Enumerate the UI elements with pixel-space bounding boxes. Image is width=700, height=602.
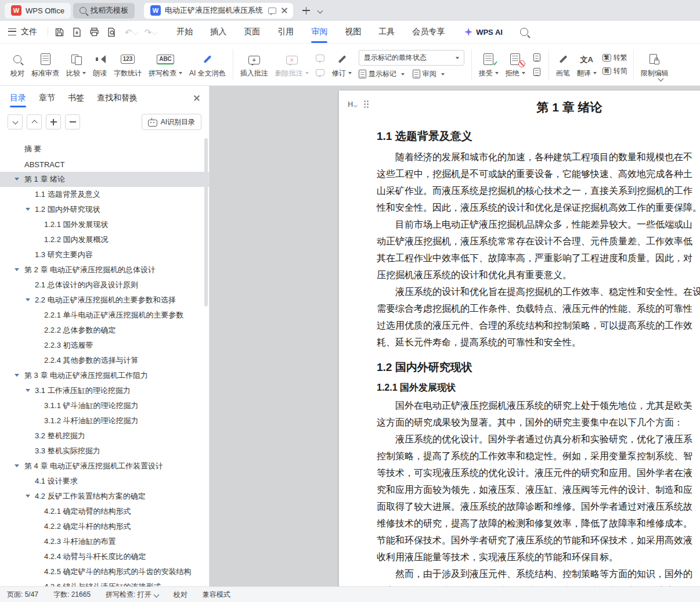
save-button[interactable] xyxy=(52,24,67,39)
close-tab-icon[interactable] xyxy=(280,6,288,15)
toc-item[interactable]: 1.1 选题背景及意义 xyxy=(0,187,209,202)
sidebar-tab[interactable]: 书签 xyxy=(68,88,84,109)
toc-expand-icon[interactable] xyxy=(15,178,19,181)
previous-revision-button[interactable] xyxy=(531,52,543,63)
menu-tab[interactable]: 页面 xyxy=(244,21,260,43)
tab-docer-templates[interactable]: 找稻壳模板 xyxy=(73,3,135,19)
search-button[interactable] xyxy=(520,28,528,36)
ink-brush-button[interactable]: 画笔 xyxy=(553,46,573,82)
restrict-editing-button[interactable]: 限制编辑 xyxy=(637,46,672,82)
drag-handle-icon[interactable] xyxy=(364,100,366,102)
tab-wps-office[interactable]: W WPS Office xyxy=(5,3,71,19)
reject-change-button[interactable]: 拒绝 xyxy=(502,46,529,82)
toc-item[interactable]: 4.2.6 铲斗与铲斗液压缸的连接形式 xyxy=(0,579,209,586)
redo-button[interactable] xyxy=(145,28,152,37)
word-count-indicator[interactable]: 字数: 21665 xyxy=(53,590,91,600)
toc-item[interactable]: 3.1.1 铲斗油缸的理论挖掘力 xyxy=(0,398,209,413)
sidebar-tab[interactable]: 查找和替换 xyxy=(97,88,138,109)
word-count-button[interactable]: 123 字数统计 xyxy=(110,46,145,82)
toc-item[interactable]: 2.1 总体设计的内容及设计原则 xyxy=(0,277,209,293)
toc-expand-icon[interactable] xyxy=(26,389,30,392)
toc-item[interactable]: 4.2.2 确定斗杆的结构形式 xyxy=(0,519,209,534)
toc-item[interactable]: 摘 要 xyxy=(0,142,209,157)
translate-button[interactable]: 文A 翻译 xyxy=(573,46,600,82)
markup-state-dropdown[interactable]: 显示标记的最终状态 xyxy=(359,50,464,66)
paragraph-layout-icon[interactable]: H xyxy=(348,100,357,109)
page-indicator[interactable]: 页面: 5/47 xyxy=(7,590,38,600)
undo-chevron-icon[interactable] xyxy=(132,29,138,35)
ai-detect-toc-button[interactable]: AI识别目录 xyxy=(142,114,201,130)
show-markup-button[interactable]: 显示标记 xyxy=(359,69,405,79)
toc-item[interactable]: 1.2 国内外研究现状 xyxy=(0,202,209,217)
proofread-button[interactable]: 校对 xyxy=(7,46,28,82)
to-traditional-button[interactable]: 繁 转繁 xyxy=(602,53,627,63)
menu-tab[interactable]: 开始 xyxy=(176,21,193,43)
toc-item[interactable]: 第 3 章 电动正铲液压挖掘机工作阻力 xyxy=(0,368,209,383)
print-button[interactable] xyxy=(86,24,102,39)
menu-tab[interactable]: 工具 xyxy=(378,21,395,43)
toc-item[interactable]: 2.2.2 总体参数的确定 xyxy=(0,323,209,338)
menu-tab[interactable]: 引用 xyxy=(277,21,294,43)
menu-tab[interactable]: 插入 xyxy=(210,21,226,43)
next-revision-button[interactable] xyxy=(531,66,543,78)
toc-item[interactable]: 3.1.2 斗杆油缸的理论挖掘力 xyxy=(0,413,209,428)
toc-item[interactable]: 2.2.1 单斗电动正铲液压挖掘机的主要参数 xyxy=(0,308,209,323)
standard-review-button[interactable]: 标准审查 xyxy=(28,46,63,82)
toc-item[interactable]: 3.2 整机挖掘力 xyxy=(0,428,209,444)
wps-ai-button[interactable]: WPS AI xyxy=(464,28,503,37)
toc-scrollbar[interactable] xyxy=(204,138,208,307)
toc-expand-icon[interactable] xyxy=(15,464,19,467)
zoom-in-toc-button[interactable] xyxy=(46,114,61,129)
toc-expand-icon[interactable] xyxy=(26,208,30,211)
to-simplified-button[interactable]: 简 转简 xyxy=(602,66,627,76)
redo-chevron-icon[interactable] xyxy=(152,29,158,35)
toc-item[interactable]: 1.2.1 国外发展现状 xyxy=(0,217,209,232)
toc-expand-icon[interactable] xyxy=(15,268,19,271)
delete-comment-button[interactable]: 删除批注 xyxy=(272,46,312,82)
spellcheck-chevron-icon[interactable] xyxy=(153,592,159,597)
read-aloud-button[interactable]: 朗读 xyxy=(89,46,110,82)
ribbon-collapse-icon[interactable] xyxy=(659,73,663,83)
toc-expand-icon[interactable] xyxy=(26,298,30,301)
next-comment-button[interactable] xyxy=(314,66,327,78)
toc-expand-icon[interactable] xyxy=(26,495,30,498)
document-canvas[interactable]: H 第 1 章 绪论 1.1 选题背景及意义 xyxy=(210,86,700,586)
toc-item[interactable]: 4.2.5 确定铲斗的结构形式的斗齿的安装结构 xyxy=(0,564,209,579)
close-sidebar-icon[interactable] xyxy=(193,94,201,102)
compare-button[interactable]: 比较 xyxy=(63,46,89,82)
menu-tab[interactable]: 会员专享 xyxy=(412,21,445,43)
spellcheck-indicator[interactable]: 拼写检查: 打开 xyxy=(106,590,158,600)
toc-item[interactable]: 1.3 研究主要内容 xyxy=(0,247,209,262)
toc-item[interactable]: 第 1 章 绪论 xyxy=(0,172,209,187)
toc-item[interactable]: ABSTRACT xyxy=(0,157,209,172)
toc-item[interactable]: 3.3 整机实际挖掘力 xyxy=(0,444,209,459)
toc-item[interactable]: 2.2 电动正铲液压挖掘机的主要参数和选择 xyxy=(0,293,209,308)
tab-list-chevron-icon[interactable] xyxy=(317,8,323,13)
toc-item[interactable]: 2.2.3 初选履带 xyxy=(0,338,209,353)
menu-tab[interactable]: 审阅 xyxy=(311,21,327,43)
print-preview-button[interactable] xyxy=(104,24,119,39)
sidebar-tab[interactable]: 目录 xyxy=(10,88,26,109)
file-menu-button[interactable]: 文件 xyxy=(0,21,45,43)
insert-comment-button[interactable]: 插入批注 xyxy=(237,46,272,82)
toc-item[interactable]: 4.2.4 动臂与斗杆长度比的确定 xyxy=(0,549,209,564)
zoom-out-toc-button[interactable] xyxy=(65,114,80,129)
ai-polish-button[interactable]: AI 全文润色 xyxy=(186,46,229,82)
expand-all-button[interactable] xyxy=(8,114,23,129)
toc-item[interactable]: 2.2.4 其他参数的选择与计算 xyxy=(0,353,209,368)
export-pdf-button[interactable] xyxy=(69,24,84,39)
accept-change-button[interactable]: 接受 xyxy=(475,46,502,82)
undo-button[interactable] xyxy=(125,28,132,37)
collapse-all-button[interactable] xyxy=(27,114,42,129)
toc-item[interactable]: 4.2.3 斗杆油缸的布置 xyxy=(0,534,209,549)
toc-expand-icon[interactable] xyxy=(15,374,19,377)
tab-document[interactable]: W 电动正铲液压挖掘机液压系统 xyxy=(144,3,293,19)
toc-item[interactable]: 3.1 工作液压缸的理论挖掘力 xyxy=(0,383,209,398)
spell-check-button[interactable]: ABC 拼写检查 xyxy=(145,46,186,82)
toc-item[interactable]: 4.1 设计要求 xyxy=(0,474,209,489)
toc-item[interactable]: 第 4 章 电动正铲液压挖掘机工作装置设计 xyxy=(0,459,209,474)
toc-item[interactable]: 第 2 章 电动正铲液压挖掘机的总体设计 xyxy=(0,262,209,277)
toc-item[interactable]: 4.2.1 确定动臂的结构形式 xyxy=(0,504,209,519)
menu-tab[interactable]: 视图 xyxy=(345,21,361,43)
new-tab-button[interactable] xyxy=(302,7,310,15)
